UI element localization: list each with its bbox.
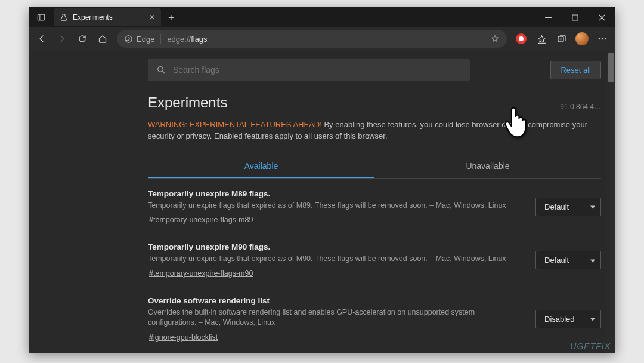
search-flags-field[interactable] bbox=[148, 59, 470, 81]
vertical-scrollbar[interactable] bbox=[607, 50, 615, 353]
flag-dropdown[interactable]: Default bbox=[535, 251, 601, 269]
forward-button[interactable] bbox=[52, 29, 72, 48]
reset-all-button[interactable]: Reset all bbox=[550, 61, 601, 79]
close-tab-button[interactable]: ✕ bbox=[149, 13, 155, 21]
maximize-button[interactable] bbox=[562, 7, 589, 27]
url-scheme: edge:// bbox=[167, 35, 191, 44]
extension-adblock-icon[interactable] bbox=[512, 29, 531, 48]
svg-point-15 bbox=[605, 38, 606, 40]
flag-select[interactable]: Default bbox=[535, 198, 601, 216]
svg-text:+: + bbox=[496, 35, 499, 39]
flag-select[interactable]: Disabled bbox=[535, 310, 601, 328]
page-content: Reset all Experiments 91.0.864.4… WARNIN… bbox=[29, 50, 607, 353]
divider bbox=[160, 34, 161, 44]
svg-rect-0 bbox=[38, 14, 44, 20]
settings-more-button[interactable] bbox=[593, 29, 612, 48]
edge-label: Edge bbox=[137, 35, 154, 44]
flag-title: Override software rendering list bbox=[148, 296, 524, 305]
new-tab-button[interactable]: ＋ bbox=[161, 7, 181, 27]
titlebar: Experiments ✕ ＋ bbox=[29, 7, 615, 27]
back-button[interactable] bbox=[32, 29, 51, 48]
window-controls bbox=[535, 7, 615, 27]
svg-point-7 bbox=[125, 35, 132, 42]
flag-description: Overrides the built-in software renderin… bbox=[148, 307, 524, 328]
flag-dropdown[interactable]: Default bbox=[535, 198, 601, 216]
edge-icon: Edge bbox=[124, 35, 154, 44]
flag-description: Temporarily unexpire flags that expired … bbox=[148, 201, 524, 211]
version-label: 91.0.864.4… bbox=[560, 103, 601, 111]
flag-row: Temporarily unexpire M89 flags. Temporar… bbox=[148, 179, 601, 232]
favorite-star-icon[interactable]: + bbox=[490, 34, 500, 44]
refresh-button[interactable] bbox=[73, 29, 92, 48]
tab-well: Experiments ✕ ＋ bbox=[29, 7, 181, 27]
minimize-button[interactable] bbox=[535, 7, 562, 27]
home-button[interactable] bbox=[93, 29, 112, 48]
address-bar[interactable]: Edge edge://flags + bbox=[117, 30, 507, 48]
tab-available[interactable]: Available bbox=[148, 155, 374, 178]
flask-icon bbox=[60, 13, 68, 21]
flag-row: Temporarily unexpire M90 flags. Temporar… bbox=[148, 232, 601, 285]
flag-title: Temporarily unexpire M90 flags. bbox=[148, 242, 524, 251]
page-title: Experiments bbox=[148, 94, 227, 111]
svg-point-14 bbox=[602, 38, 603, 40]
svg-point-13 bbox=[599, 38, 600, 40]
flag-anchor-link[interactable]: #ignore-gpu-blocklist bbox=[148, 333, 218, 342]
svg-rect-4 bbox=[572, 15, 578, 20]
search-icon bbox=[156, 65, 166, 75]
warning-text: WARNING: EXPERIMENTAL FEATURES AHEAD! By… bbox=[148, 119, 601, 142]
tab-title: Experiments bbox=[73, 13, 144, 21]
flag-anchor-link[interactable]: #temporary-unexpire-flags-m89 bbox=[148, 216, 253, 224]
watermark: UGETFIX bbox=[570, 342, 611, 351]
browser-tab[interactable]: Experiments ✕ bbox=[54, 8, 161, 26]
profile-avatar[interactable] bbox=[572, 29, 592, 48]
tab-actions-button[interactable] bbox=[31, 7, 51, 27]
search-input[interactable] bbox=[173, 65, 462, 75]
favorites-button[interactable] bbox=[532, 29, 551, 48]
flag-row: Accelerated 2D canvas Enables the use of… bbox=[148, 349, 601, 353]
flag-title: Temporarily unexpire M89 flags. bbox=[148, 189, 524, 198]
tab-unavailable[interactable]: Unavailable bbox=[374, 155, 601, 178]
flag-select[interactable]: Default bbox=[535, 251, 601, 269]
close-window-button[interactable] bbox=[589, 7, 615, 27]
svg-line-17 bbox=[163, 72, 165, 74]
browser-window: Experiments ✕ ＋ bbox=[29, 7, 615, 353]
scrollbar-thumb[interactable] bbox=[608, 53, 614, 82]
flag-dropdown[interactable]: Disabled bbox=[535, 310, 601, 328]
flag-row: Override software rendering list Overrid… bbox=[148, 285, 601, 349]
warning-label: WARNING: EXPERIMENTAL FEATURES AHEAD! bbox=[148, 120, 322, 129]
flag-anchor-link[interactable]: #temporary-unexpire-flags-m90 bbox=[148, 269, 253, 278]
tabs: Available Unavailable bbox=[148, 155, 601, 179]
flag-description: Temporarily unexpire flags that expired … bbox=[148, 254, 524, 264]
collections-button[interactable] bbox=[552, 29, 571, 48]
toolbar: Edge edge://flags + bbox=[29, 27, 615, 50]
page-viewport: Reset all Experiments 91.0.864.4… WARNIN… bbox=[29, 50, 615, 353]
url-path: flags bbox=[191, 35, 207, 44]
